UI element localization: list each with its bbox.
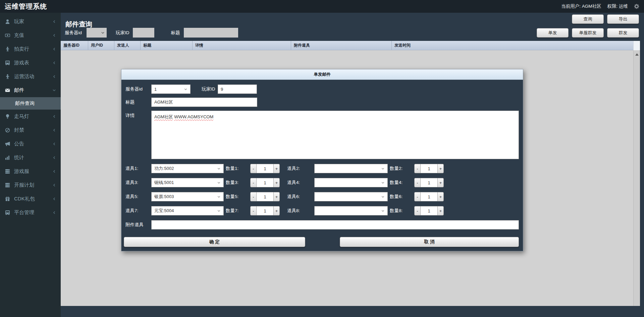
modal-subject-input[interactable] — [151, 98, 257, 107]
qty-input-6[interactable] — [421, 192, 437, 201]
sidebar-item-cdk-gift[interactable]: CDK礼包 — [0, 192, 61, 206]
sidebar-subitem-mail-query[interactable]: 邮件查询 — [0, 97, 61, 110]
sidebar-item-game-table[interactable]: 游戏表 — [0, 56, 61, 70]
confirm-button[interactable]: 确 定 — [124, 237, 305, 247]
modal-title: 单发邮件 — [121, 69, 523, 80]
chevron-down-icon — [52, 88, 56, 92]
item-group-1: 道具1: 功力:5002 数量1: - + — [125, 164, 280, 173]
sidebar-item-marquee[interactable]: 走马灯 — [0, 110, 61, 123]
modal-detail-textarea[interactable]: AGM社区 WWW.AGMSYCOM — [151, 111, 519, 159]
sidebar-item-stats[interactable]: 统计 — [0, 151, 61, 165]
qty-minus-button-1[interactable]: - — [250, 164, 257, 173]
chevron-left-icon — [52, 197, 56, 201]
user-icon — [5, 19, 11, 24]
server-icon — [5, 169, 11, 174]
filter-server-id-label: 服务器id — [65, 30, 82, 36]
qty-plus-button-3[interactable]: + — [273, 178, 280, 187]
modal-buttons: 确 定 取 消 — [125, 237, 519, 247]
qty-input-8[interactable] — [421, 206, 437, 215]
qty-label-7: 数量7: — [226, 208, 249, 214]
qty-minus-button-5[interactable]: - — [250, 192, 257, 201]
item-select-7[interactable]: 元宝:5004 — [151, 206, 224, 215]
filter-player-id-input[interactable] — [133, 28, 154, 38]
scroll-up-arrow-icon[interactable] — [635, 53, 639, 56]
qty-input-2[interactable] — [421, 164, 437, 173]
modal-player-id-input[interactable] — [218, 84, 257, 94]
column-header-1: 用户ID — [88, 41, 114, 50]
item-select-3[interactable]: 铜钱:5001 — [151, 178, 224, 187]
chevron-down-icon — [101, 31, 105, 34]
vertical-scrollbar[interactable] — [633, 41, 640, 306]
qty-minus-button-7[interactable]: - — [250, 206, 257, 215]
scrollbar-track[interactable] — [633, 50, 640, 306]
sidebar-item-mail[interactable]: 邮件 — [0, 83, 61, 97]
modal-row-subject: 标题 — [125, 98, 519, 107]
modal-server-id-select[interactable]: 1 — [151, 84, 191, 94]
person-icon — [5, 74, 11, 79]
modal-attachment-input[interactable] — [151, 220, 519, 230]
filter-server-id-select[interactable] — [87, 28, 107, 38]
sidebar-item-announcement[interactable]: 公告 — [0, 137, 61, 151]
filter-title-input[interactable] — [184, 28, 238, 38]
qty-plus-button-2[interactable]: + — [437, 164, 444, 173]
item-select-6[interactable] — [314, 192, 388, 201]
sidebar: 玩家 充值 拍卖行 游戏表 运营活动 邮件 邮件查询 走马灯 封禁 公告 统计 — [0, 13, 61, 317]
filter-bar: 服务器id 玩家ID 标题 单发 单服群发 群发 — [65, 28, 639, 38]
qty-minus-button-4[interactable]: - — [414, 178, 421, 187]
query-button[interactable]: 查询 — [572, 14, 604, 24]
export-button[interactable]: 导出 — [607, 14, 639, 24]
sidebar-item-ops-activity[interactable]: 运营活动 — [0, 70, 61, 83]
qty-input-3[interactable] — [257, 178, 273, 187]
item-select-1[interactable]: 功力:5002 — [151, 164, 224, 173]
sidebar-item-player[interactable]: 玩家 — [0, 15, 61, 28]
item-group-2: 道具2: 数量2: - + — [280, 164, 444, 173]
table-header-row: 服务器ID用户ID发送人标题详情附件道具发送时间 — [61, 41, 640, 50]
ban-icon — [5, 128, 11, 133]
qty-plus-button-7[interactable]: + — [273, 206, 280, 215]
chevron-down-icon — [217, 168, 221, 170]
chevron-down-icon — [381, 182, 385, 184]
item-select-4[interactable] — [314, 178, 388, 187]
item-group-4: 道具4: 数量4: - + — [280, 178, 444, 187]
qty-input-7[interactable] — [257, 206, 273, 215]
chevron-left-icon — [52, 34, 56, 37]
sidebar-item-platform[interactable]: 平台管理 — [0, 206, 61, 219]
item-group-5: 道具5: 银票:5003 数量5: - + — [125, 192, 280, 201]
column-header-5: 附件道具 — [291, 41, 392, 50]
qty-plus-button-1[interactable]: + — [273, 164, 280, 173]
sidebar-item-auction[interactable]: 拍卖行 — [0, 42, 61, 56]
banknote-icon — [5, 33, 11, 38]
chevron-down-icon — [217, 182, 221, 184]
chevron-down-icon — [184, 88, 187, 90]
chevron-left-icon — [52, 20, 56, 23]
item-select-8[interactable] — [314, 206, 388, 215]
cancel-button[interactable]: 取 消 — [340, 237, 519, 247]
item-select-5[interactable]: 银票:5003 — [151, 192, 224, 201]
qty-plus-button-8[interactable]: + — [437, 206, 444, 215]
qty-minus-button-8[interactable]: - — [414, 206, 421, 215]
sidebar-item-ban[interactable]: 封禁 — [0, 123, 61, 137]
sidebar-item-recharge[interactable]: 充值 — [0, 28, 61, 42]
send-toolbar: 单发 单服群发 群发 — [537, 28, 639, 38]
qty-input-1[interactable] — [257, 164, 273, 173]
item-row-4: 道具7: 元宝:5004 数量7: - + 道具8: 数量8: - + — [125, 206, 519, 215]
filter-fields: 服务器id 玩家ID 标题 — [65, 28, 238, 38]
column-header-2: 发送人 — [114, 41, 141, 50]
single-server-send-button[interactable]: 单服群发 — [572, 28, 604, 38]
single-send-button[interactable]: 单发 — [537, 28, 569, 38]
column-header-6: 发送时间 — [392, 41, 633, 50]
gear-icon[interactable] — [634, 4, 639, 9]
qty-plus-button-4[interactable]: + — [437, 178, 444, 187]
sidebar-item-server-plan[interactable]: 开服计划 — [0, 178, 61, 192]
qty-minus-button-3[interactable]: - — [250, 178, 257, 187]
mass-send-button[interactable]: 群发 — [607, 28, 639, 38]
sidebar-item-game-server[interactable]: 游戏服 — [0, 165, 61, 178]
qty-plus-button-6[interactable]: + — [437, 192, 444, 201]
qty-minus-button-6[interactable]: - — [414, 192, 421, 201]
item-select-2[interactable] — [314, 164, 388, 173]
qty-input-5[interactable] — [257, 192, 273, 201]
qty-plus-button-5[interactable]: + — [273, 192, 280, 201]
modal-subject-label: 标题 — [125, 99, 151, 105]
qty-input-4[interactable] — [421, 178, 437, 187]
qty-minus-button-2[interactable]: - — [414, 164, 421, 173]
